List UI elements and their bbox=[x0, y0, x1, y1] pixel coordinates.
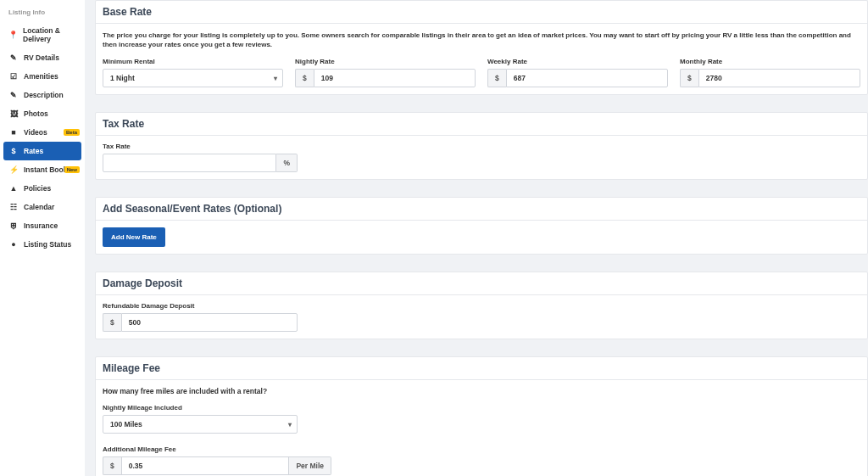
percent-addon: % bbox=[276, 154, 298, 172]
currency-addon: $ bbox=[295, 69, 314, 87]
panel-title: Tax Rate bbox=[96, 113, 867, 136]
per-mile-addon: Per Mile bbox=[289, 456, 331, 475]
mileage-question: How many free miles are included with a … bbox=[103, 387, 860, 395]
sidebar-item-amenities[interactable]: ☑ Amenities bbox=[0, 67, 85, 86]
input-tax-rate[interactable] bbox=[103, 154, 276, 172]
circle-icon: ● bbox=[8, 240, 19, 249]
sidebar-item-policies[interactable]: ▲ Policies bbox=[0, 179, 85, 198]
input-additional-mileage[interactable] bbox=[121, 456, 290, 475]
input-monthly-rate[interactable] bbox=[698, 69, 860, 87]
label-weekly-rate: Weekly Rate bbox=[487, 58, 668, 65]
bolt-icon: ⚡ bbox=[8, 165, 19, 174]
base-rate-description: The price you charge for your listing is… bbox=[103, 31, 860, 49]
currency-addon: $ bbox=[103, 313, 121, 332]
label-nightly-rate: Nightly Rate bbox=[295, 58, 476, 65]
panel-title: Damage Deposit bbox=[96, 272, 867, 295]
pencil-square-icon: ✎ bbox=[8, 53, 19, 62]
location-pin-icon: 📍 bbox=[8, 31, 18, 39]
sidebar-item-description[interactable]: ✎ Description bbox=[0, 86, 85, 104]
sidebar-item-calendar[interactable]: ☷ Calendar bbox=[0, 198, 85, 216]
input-damage-deposit[interactable] bbox=[121, 313, 298, 332]
badge-beta: Beta bbox=[64, 129, 80, 136]
pencil-icon: ✎ bbox=[8, 91, 19, 99]
sidebar-item-label: Videos bbox=[24, 128, 47, 137]
panel-title: Add Seasonal/Event Rates (Optional) bbox=[96, 198, 867, 221]
badge-new: New bbox=[64, 166, 80, 173]
sidebar-item-photos[interactable]: 🖼 Photos bbox=[0, 104, 85, 123]
add-new-rate-button[interactable]: Add New Rate bbox=[103, 227, 165, 247]
panel-mileage-fee: Mileage Fee How many free miles are incl… bbox=[95, 356, 868, 476]
select-minimum-rental[interactable]: 1 Night bbox=[103, 69, 283, 87]
sidebar-item-label: Instant Book bbox=[24, 165, 67, 174]
sidebar-header: Listing Info bbox=[0, 5, 85, 21]
currency-addon: $ bbox=[680, 69, 698, 87]
panel-seasonal-rates: Add Seasonal/Event Rates (Optional) Add … bbox=[95, 197, 868, 255]
input-weekly-rate[interactable] bbox=[506, 69, 668, 87]
main-content: Base Rate The price you charge for your … bbox=[85, 0, 868, 476]
dollar-icon: $ bbox=[8, 147, 19, 155]
shield-icon: ⛨ bbox=[8, 221, 19, 230]
select-value: 100 Miles bbox=[110, 420, 142, 428]
sidebar-item-label: Calendar bbox=[24, 203, 54, 211]
sidebar-item-instant-book[interactable]: ⚡ Instant Book New bbox=[0, 160, 85, 179]
sidebar-item-label: Rates bbox=[24, 147, 43, 155]
calendar-icon: ☷ bbox=[8, 203, 19, 211]
currency-addon: $ bbox=[487, 69, 506, 87]
input-nightly-rate[interactable] bbox=[314, 69, 476, 87]
sidebar-item-label: RV Details bbox=[24, 53, 59, 62]
label-nightly-mileage: Nightly Mileage Included bbox=[103, 404, 860, 412]
label-additional-mileage: Additional Mileage Fee bbox=[103, 445, 860, 453]
video-icon: ■ bbox=[8, 128, 19, 137]
sidebar-item-insurance[interactable]: ⛨ Insurance bbox=[0, 216, 85, 235]
sidebar-item-label: Description bbox=[24, 91, 64, 99]
panel-damage-deposit: Damage Deposit Refundable Damage Deposit… bbox=[95, 272, 868, 339]
sidebar-item-rv-details[interactable]: ✎ RV Details bbox=[0, 48, 85, 67]
sidebar-item-location-delivery[interactable]: 📍 Location & Delivery bbox=[0, 21, 85, 48]
select-value: 1 Night bbox=[110, 74, 135, 82]
sidebar-item-label: Amenities bbox=[24, 72, 58, 81]
sidebar-item-label: Photos bbox=[24, 109, 48, 118]
check-square-icon: ☑ bbox=[8, 72, 19, 81]
panel-tax-rate: Tax Rate Tax Rate % bbox=[95, 112, 868, 180]
sidebar-item-videos[interactable]: ■ Videos Beta bbox=[0, 123, 85, 142]
sidebar-item-label: Location & Delivery bbox=[23, 26, 76, 43]
label-refundable-deposit: Refundable Damage Deposit bbox=[103, 302, 860, 310]
panel-base-rate: Base Rate The price you charge for your … bbox=[95, 0, 868, 95]
panel-title: Mileage Fee bbox=[96, 357, 867, 380]
panel-title: Base Rate bbox=[96, 1, 867, 24]
sidebar-item-label: Insurance bbox=[24, 221, 58, 230]
sidebar-item-label: Policies bbox=[24, 184, 51, 193]
currency-addon: $ bbox=[103, 456, 121, 475]
sidebar: Listing Info 📍 Location & Delivery ✎ RV … bbox=[0, 0, 85, 476]
label-monthly-rate: Monthly Rate bbox=[680, 58, 860, 65]
sidebar-item-label: Listing Status bbox=[24, 240, 71, 249]
label-tax-rate: Tax Rate bbox=[103, 143, 860, 150]
label-minimum-rental: Minimum Rental bbox=[103, 58, 283, 65]
warning-icon: ▲ bbox=[8, 184, 19, 193]
select-nightly-mileage[interactable]: 100 Miles bbox=[103, 415, 298, 434]
sidebar-item-rates[interactable]: $ Rates bbox=[3, 142, 81, 160]
sidebar-item-listing-status[interactable]: ● Listing Status bbox=[0, 235, 85, 254]
image-icon: 🖼 bbox=[8, 109, 19, 118]
